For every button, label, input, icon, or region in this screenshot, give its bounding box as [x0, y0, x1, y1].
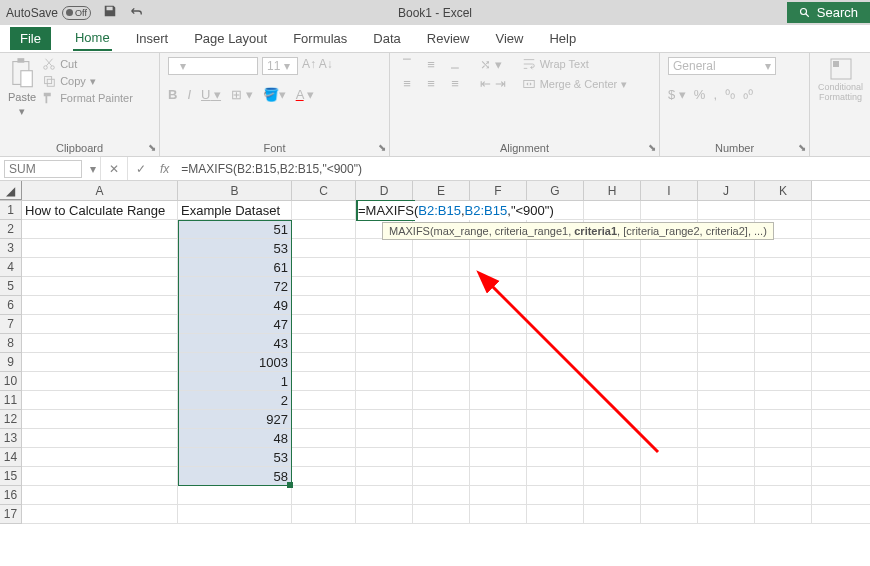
- cell-k13[interactable]: [755, 429, 812, 447]
- cell-e15[interactable]: [413, 467, 470, 485]
- cell-a10[interactable]: [22, 372, 178, 390]
- name-box[interactable]: SUM: [4, 160, 82, 178]
- save-icon[interactable]: [97, 4, 123, 21]
- cell-c6[interactable]: [292, 296, 356, 314]
- cell-j11[interactable]: [698, 391, 755, 409]
- cell-c13[interactable]: [292, 429, 356, 447]
- cell-a8[interactable]: [22, 334, 178, 352]
- col-header-f[interactable]: F: [470, 181, 527, 200]
- conditional-formatting-button[interactable]: Conditional Formatting: [818, 57, 863, 103]
- cell-b6[interactable]: 49: [178, 296, 292, 314]
- alignment-launcher-icon[interactable]: ⬊: [648, 142, 656, 153]
- cell-e7[interactable]: [413, 315, 470, 333]
- cell-j1[interactable]: [698, 201, 755, 219]
- cell-b13[interactable]: 48: [178, 429, 292, 447]
- decrease-decimal-icon[interactable]: ₀⁰: [743, 87, 753, 102]
- row-header-14[interactable]: 14: [0, 448, 22, 467]
- col-header-d[interactable]: D: [356, 181, 413, 200]
- row-header-1[interactable]: 1: [0, 201, 22, 220]
- cell-g5[interactable]: [527, 277, 584, 295]
- cell-h13[interactable]: [584, 429, 641, 447]
- cell-k6[interactable]: [755, 296, 812, 314]
- cell-b2[interactable]: 51: [178, 220, 292, 238]
- cell-i16[interactable]: [641, 486, 698, 504]
- indent-decrease-icon[interactable]: ⇤: [480, 76, 491, 91]
- italic-button[interactable]: I: [187, 87, 191, 102]
- cell-a7[interactable]: [22, 315, 178, 333]
- borders-button[interactable]: ⊞ ▾: [231, 87, 253, 102]
- col-header-b[interactable]: B: [178, 181, 292, 200]
- cell-b17[interactable]: [178, 505, 292, 523]
- cell-i4[interactable]: [641, 258, 698, 276]
- number-launcher-icon[interactable]: ⬊: [798, 142, 806, 153]
- cell-j6[interactable]: [698, 296, 755, 314]
- cell-g9[interactable]: [527, 353, 584, 371]
- col-header-c[interactable]: C: [292, 181, 356, 200]
- cell-k8[interactable]: [755, 334, 812, 352]
- cell-g3[interactable]: [527, 239, 584, 257]
- cell-g13[interactable]: [527, 429, 584, 447]
- cell-a1[interactable]: How to Calculate Range: [22, 201, 178, 219]
- cell-i7[interactable]: [641, 315, 698, 333]
- cell-f10[interactable]: [470, 372, 527, 390]
- cell-e13[interactable]: [413, 429, 470, 447]
- cell-g7[interactable]: [527, 315, 584, 333]
- cell-h14[interactable]: [584, 448, 641, 466]
- cell-j8[interactable]: [698, 334, 755, 352]
- cell-e11[interactable]: [413, 391, 470, 409]
- search-box[interactable]: Search: [787, 2, 870, 23]
- row-header-7[interactable]: 7: [0, 315, 22, 334]
- cell-f7[interactable]: [470, 315, 527, 333]
- cell-e12[interactable]: [413, 410, 470, 428]
- cell-i11[interactable]: [641, 391, 698, 409]
- cell-h7[interactable]: [584, 315, 641, 333]
- row-header-9[interactable]: 9: [0, 353, 22, 372]
- cell-d6[interactable]: [356, 296, 413, 314]
- cell-h3[interactable]: [584, 239, 641, 257]
- cell-f5[interactable]: [470, 277, 527, 295]
- cell-j3[interactable]: [698, 239, 755, 257]
- cell-h17[interactable]: [584, 505, 641, 523]
- cell-f11[interactable]: [470, 391, 527, 409]
- cell-c12[interactable]: [292, 410, 356, 428]
- cell-k3[interactable]: [755, 239, 812, 257]
- cell-i13[interactable]: [641, 429, 698, 447]
- cell-j9[interactable]: [698, 353, 755, 371]
- menu-home[interactable]: Home: [73, 26, 112, 51]
- cell-d10[interactable]: [356, 372, 413, 390]
- cell-g12[interactable]: [527, 410, 584, 428]
- col-header-j[interactable]: J: [698, 181, 755, 200]
- cell-a16[interactable]: [22, 486, 178, 504]
- cell-b3[interactable]: 53: [178, 239, 292, 257]
- row-header-4[interactable]: 4: [0, 258, 22, 277]
- cell-h16[interactable]: [584, 486, 641, 504]
- align-top-icon[interactable]: ⎺: [398, 57, 416, 72]
- merge-center-button[interactable]: Merge & Center ▾: [522, 77, 628, 91]
- cell-g6[interactable]: [527, 296, 584, 314]
- cell-e3[interactable]: [413, 239, 470, 257]
- row-header-2[interactable]: 2: [0, 220, 22, 239]
- cell-a5[interactable]: [22, 277, 178, 295]
- cell-h12[interactable]: [584, 410, 641, 428]
- menu-file[interactable]: File: [10, 27, 51, 50]
- cell-j13[interactable]: [698, 429, 755, 447]
- cell-h1[interactable]: [584, 201, 641, 219]
- cell-c4[interactable]: [292, 258, 356, 276]
- col-header-k[interactable]: K: [755, 181, 812, 200]
- col-header-h[interactable]: H: [584, 181, 641, 200]
- cell-f9[interactable]: [470, 353, 527, 371]
- comma-button[interactable]: ,: [713, 87, 717, 102]
- cell-b4[interactable]: 61: [178, 258, 292, 276]
- clipboard-launcher-icon[interactable]: ⬊: [148, 142, 156, 153]
- cell-d12[interactable]: [356, 410, 413, 428]
- cell-j14[interactable]: [698, 448, 755, 466]
- cell-d3[interactable]: [356, 239, 413, 257]
- cell-g11[interactable]: [527, 391, 584, 409]
- row-header-5[interactable]: 5: [0, 277, 22, 296]
- undo-icon[interactable]: [123, 4, 149, 21]
- cell-i9[interactable]: [641, 353, 698, 371]
- cell-f17[interactable]: [470, 505, 527, 523]
- percent-button[interactable]: %: [694, 87, 706, 102]
- cell-c9[interactable]: [292, 353, 356, 371]
- cell-i12[interactable]: [641, 410, 698, 428]
